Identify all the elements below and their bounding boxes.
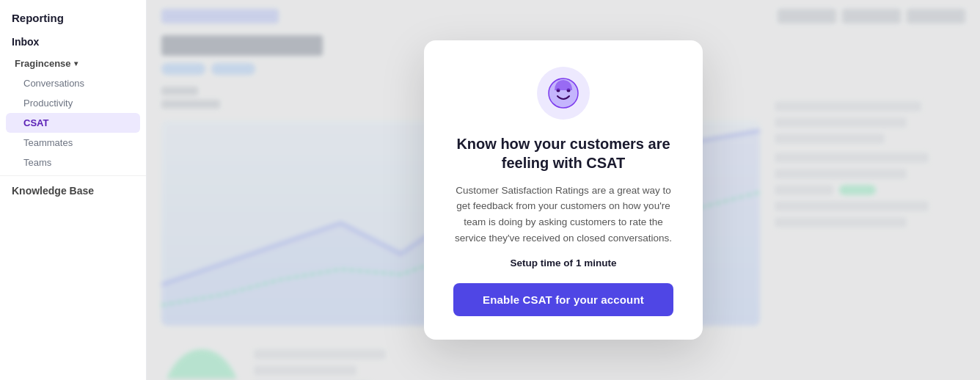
main-content: Know how your customers are feeling with… [147,0,980,380]
sidebar-item-knowledge-base[interactable]: Knowledge Base [0,179,146,202]
sidebar-divider [0,175,146,176]
setup-time-prefix: Setup time of [511,257,576,268]
modal-overlay: Know how your customers are feeling with… [147,0,980,380]
sidebar-submenu-fragincense[interactable]: Fragincense ▾ [0,54,146,73]
chevron-down-icon: ▾ [74,59,78,67]
sidebar-item-productivity[interactable]: Productivity [0,93,146,113]
submenu-label-text: Fragincense [15,58,71,69]
sidebar: Reporting Inbox Fragincense ▾ Conversati… [0,0,147,380]
sidebar-inbox-label: Inbox [0,30,146,54]
modal-description: Customer Satisfaction Ratings are a grea… [453,183,673,246]
modal-avatar [537,67,590,120]
modal-setup-time: Setup time of 1 minute [453,257,673,268]
sidebar-item-teams[interactable]: Teams [0,153,146,172]
sidebar-item-teammates[interactable]: Teammates [0,133,146,153]
setup-time-bold: 1 minute [576,257,617,268]
sidebar-item-conversations[interactable]: Conversations [0,73,146,93]
happy-face-icon [547,77,579,109]
modal-title: Know how your customers are feeling with… [453,134,673,172]
sidebar-section-title: Reporting [0,0,146,30]
enable-csat-button[interactable]: Enable CSAT for your account [453,283,673,316]
sidebar-item-csat[interactable]: CSAT [6,113,140,133]
csat-modal: Know how your customers are feeling with… [424,40,703,340]
